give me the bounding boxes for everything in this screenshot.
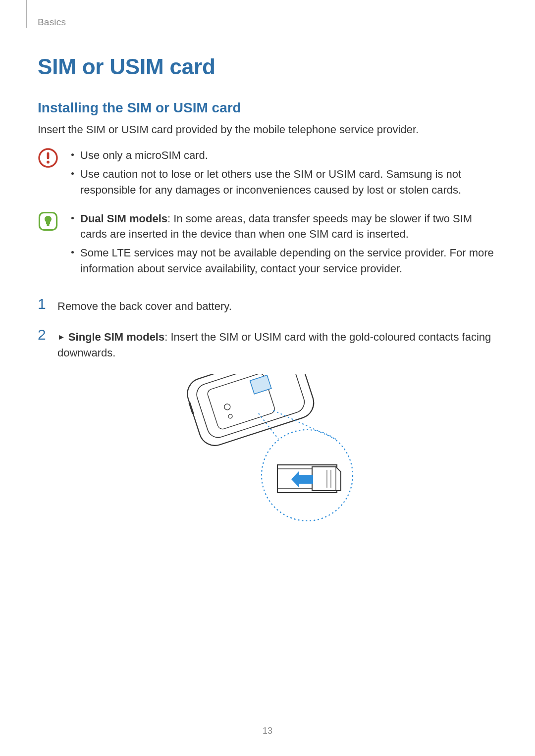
steps-list: 1 Remove the back cover and battery. 2 ►… <box>38 297 497 361</box>
note-item: Some LTE services may not be available d… <box>69 245 497 277</box>
note-item-bold: Dual SIM models <box>80 212 167 225</box>
step-body: Remove the back cover and battery. <box>57 297 497 314</box>
header-rule <box>26 0 27 28</box>
triangle-icon: ► <box>57 331 65 343</box>
step-item: 1 Remove the back cover and battery. <box>38 297 497 314</box>
caution-icon <box>38 147 65 168</box>
note-item-text: Some LTE services may not be available d… <box>80 247 494 275</box>
note-item: Dual SIM models: In some areas, data tra… <box>69 211 497 243</box>
caution-item-text: Use only a microSIM card. <box>80 149 208 161</box>
page-number: 13 <box>0 726 535 736</box>
caution-item: Use caution not to lose or let others us… <box>69 166 497 198</box>
breadcrumb: Basics <box>38 17 66 28</box>
svg-point-2 <box>47 160 50 163</box>
section-subtitle: Installing the SIM or USIM card <box>38 100 497 116</box>
intro-paragraph: Insert the SIM or USIM card provided by … <box>38 122 497 138</box>
sim-install-illustration <box>38 374 497 532</box>
step-bold: Single SIM models <box>68 331 164 343</box>
step-body: ►Single SIM models: Insert the SIM or US… <box>57 327 497 361</box>
svg-rect-1 <box>47 152 50 159</box>
step-number: 2 <box>38 327 57 342</box>
step-number: 1 <box>38 297 57 311</box>
page-title: SIM or USIM card <box>38 54 497 79</box>
caution-item-text: Use caution not to lose or let others us… <box>80 168 461 196</box>
caution-callout: Use only a microSIM card. Use caution no… <box>38 147 497 201</box>
note-icon <box>38 210 65 232</box>
caution-item: Use only a microSIM card. <box>69 148 497 163</box>
note-callout: Dual SIM models: In some areas, data tra… <box>38 210 497 280</box>
step-text: Remove the back cover and battery. <box>57 300 232 312</box>
step-item: 2 ►Single SIM models: Insert the SIM or … <box>38 327 497 361</box>
